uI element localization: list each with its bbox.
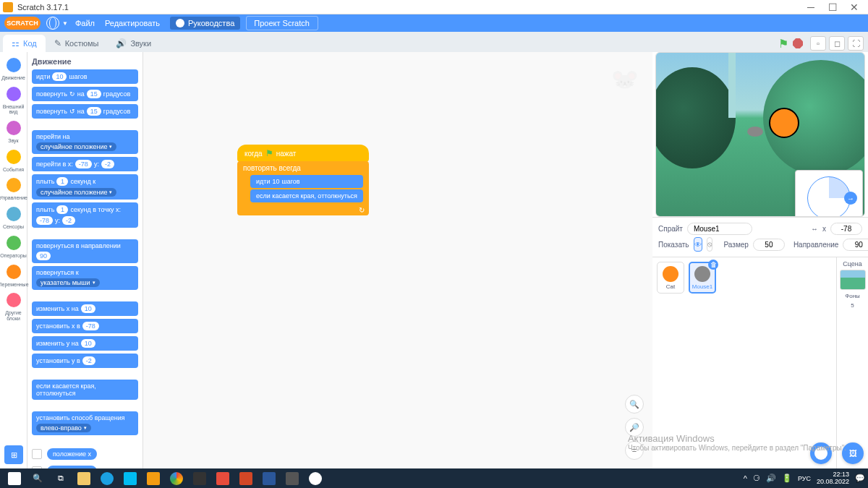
search-button[interactable]: 🔍: [27, 470, 48, 487]
tray-volume-icon[interactable]: 🔊: [766, 474, 776, 483]
menu-file[interactable]: Файл: [75, 19, 95, 27]
block-move-steps-script[interactable]: идти10шагов: [250, 175, 363, 188]
stage-small-button[interactable]: ▫: [810, 36, 826, 51]
block-rotation-style[interactable]: установить способ вращениявлево-вправо: [32, 411, 138, 435]
block-bounce-script[interactable]: если касается края, оттолкнуться: [250, 189, 363, 202]
task-view-button[interactable]: ⧉: [50, 470, 72, 487]
backdrops-count: 5: [851, 302, 854, 309]
code-icon: ⚏: [12, 38, 20, 48]
block-set-y[interactable]: установить y в-2: [32, 354, 138, 368]
block-change-y[interactable]: изменить y на10: [32, 336, 138, 351]
scratch-logo[interactable]: SCRATCH: [4, 17, 41, 30]
block-goto[interactable]: перейти наслучайное положение: [32, 130, 138, 154]
stop-button[interactable]: [793, 38, 803, 48]
category-column: Движение Внешний вид Звук События Управл…: [0, 52, 27, 468]
block-when-flag-clicked[interactable]: когда⚑нажат: [237, 145, 369, 162]
globe-icon[interactable]: [46, 17, 59, 30]
sprite-item-mouse[interactable]: 🗑 Mouse1: [689, 262, 716, 294]
menu-tutorials[interactable]: Руководства: [170, 17, 240, 30]
stage-mouse-sprite[interactable]: [747, 127, 763, 137]
zoom-in-button[interactable]: 🔍: [625, 395, 644, 414]
block-forever[interactable]: повторять всегда идти10шагов если касает…: [237, 161, 369, 215]
category-control-label: Управление: [0, 195, 27, 201]
tab-sounds[interactable]: 🔊Звуки: [107, 35, 160, 52]
stage[interactable]: → ↻ ▸◂ ✦: [655, 52, 865, 217]
category-variables[interactable]: [7, 265, 21, 279]
sprite-size-input[interactable]: [753, 239, 785, 251]
taskbar-app-chrome[interactable]: [166, 470, 187, 487]
direction-arrow-icon[interactable]: →: [844, 192, 857, 205]
sprite-label: Спрайт: [658, 225, 683, 233]
tab-code[interactable]: ⚏Код: [3, 35, 46, 52]
block-set-x[interactable]: установить x в-78: [32, 319, 138, 333]
block-bounce[interactable]: если касается края, оттолкнуться: [32, 380, 138, 400]
sprite-name-input[interactable]: [687, 223, 752, 235]
block-palette[interactable]: Движение идти10шагов повернуть↻на15граду…: [27, 52, 143, 468]
category-control[interactable]: [7, 178, 21, 192]
block-goto-xy[interactable]: перейти в x:-78y:-2: [32, 157, 138, 171]
project-name-input[interactable]: Проект Scratch: [246, 16, 318, 30]
show-button[interactable]: 👁: [694, 237, 702, 252]
tab-costumes[interactable]: ✎Костюмы: [46, 35, 108, 52]
category-sound[interactable]: [7, 121, 21, 135]
stage-fullscreen-button[interactable]: ⛶: [848, 36, 864, 51]
direction-popup[interactable]: → ↻ ▸◂ ✦: [795, 170, 863, 217]
stage-large-button[interactable]: ◻: [829, 36, 845, 51]
tree-decoration: [728, 53, 736, 118]
minimize-button[interactable]: ─: [800, 1, 822, 14]
sprite-x-input[interactable]: [830, 223, 862, 235]
taskbar-app-word[interactable]: [258, 470, 280, 487]
tray-battery-icon[interactable]: 🔋: [782, 474, 792, 483]
category-motion[interactable]: [7, 58, 21, 72]
block-glide[interactable]: плыть1секунд кслучайное положение: [32, 174, 138, 200]
language-indicator[interactable]: РУС: [798, 475, 811, 482]
script-area[interactable]: 🐭 когда⚑нажат повторять всегда идти10шаг…: [143, 52, 652, 468]
category-sensing[interactable]: [7, 207, 21, 221]
taskbar-app-generic2[interactable]: [281, 470, 303, 487]
menubar: SCRATCH ▼ Файл Редактировать Руководства…: [0, 14, 868, 32]
taskbar-app-explorer[interactable]: [73, 470, 95, 487]
taskbar-app-generic1[interactable]: [189, 470, 210, 487]
close-button[interactable]: ✕: [843, 1, 865, 14]
taskbar-app-scratch[interactable]: [142, 470, 164, 487]
taskbar-app-powerpoint[interactable]: [235, 470, 257, 487]
menu-edit[interactable]: Редактировать: [105, 19, 160, 27]
tray-network-icon[interactable]: ⚆: [753, 474, 760, 483]
language-caret-icon[interactable]: ▼: [62, 20, 68, 27]
block-turn-ccw[interactable]: повернуть↺на15градусов: [32, 104, 138, 119]
reporter-x[interactable]: положение x: [32, 447, 138, 461]
windows-taskbar[interactable]: 🔍 ⧉ ^ ⚆ 🔊 🔋 РУС 22:13 20.08.2022 💬: [0, 468, 868, 488]
block-point-to[interactable]: повернуться куказатель мыши: [32, 266, 138, 290]
direction-dial[interactable]: →: [807, 176, 851, 217]
clock[interactable]: 22:13 20.08.2022: [817, 471, 849, 486]
script-stack[interactable]: когда⚑нажат повторять всегда идти10шагов…: [237, 145, 369, 215]
hide-button[interactable]: ⦸: [707, 237, 712, 252]
sprite-item-cat[interactable]: Cat: [657, 262, 684, 294]
block-glide-xy[interactable]: плыть1секунд в точку x:-78y:-2: [32, 202, 138, 228]
extensions-button[interactable]: ⊞: [4, 445, 23, 464]
block-move-steps[interactable]: идти10шагов: [32, 69, 138, 84]
taskbar-app-edge[interactable]: [96, 470, 118, 487]
taskbar-app-paint[interactable]: [212, 470, 234, 487]
system-tray[interactable]: ^ ⚆ 🔊 🔋 РУС 22:13 20.08.2022 💬: [744, 471, 865, 486]
x-label: x: [822, 225, 826, 233]
stage-cat-sprite[interactable]: [769, 108, 799, 138]
taskbar-app-store[interactable]: [119, 470, 141, 487]
green-flag-button[interactable]: ⚑: [778, 37, 788, 51]
tray-chevron-icon[interactable]: ^: [744, 474, 747, 483]
block-turn-cw[interactable]: повернуть↻на15градусов: [32, 87, 138, 101]
start-button[interactable]: [4, 470, 25, 487]
block-point-dir[interactable]: повернуться в направлении90: [32, 239, 138, 263]
activation-title: Активация Windows: [628, 433, 846, 444]
category-myblocks[interactable]: [7, 293, 21, 307]
category-operators[interactable]: [7, 236, 21, 250]
taskbar-app-yandex[interactable]: [305, 470, 326, 487]
notifications-button[interactable]: 💬: [855, 474, 865, 483]
block-change-x[interactable]: изменить x на10: [32, 301, 138, 316]
category-looks[interactable]: [7, 87, 21, 101]
sprite-direction-input[interactable]: [843, 239, 868, 251]
delete-sprite-button[interactable]: 🗑: [708, 260, 718, 270]
stage-thumbnail[interactable]: [840, 270, 866, 290]
category-events[interactable]: [7, 150, 21, 164]
maximize-button[interactable]: ☐: [822, 1, 843, 14]
